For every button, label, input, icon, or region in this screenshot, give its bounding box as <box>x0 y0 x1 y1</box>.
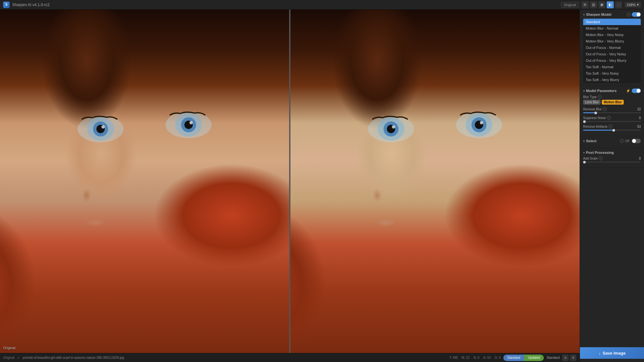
save-button-label: Save Image <box>602 351 626 356</box>
zoom-value: 158% <box>627 3 636 7</box>
suppress-noise-label: Suppress Noise ? <box>583 116 611 120</box>
a-value-stat: A: 53 <box>483 356 491 359</box>
model-item-motion-blur-very-blurry[interactable]: Motion Blur - Very Blurry <box>583 38 641 44</box>
processed-image-panel <box>290 10 580 353</box>
select-info-icon[interactable]: ? <box>620 139 624 143</box>
lightning-icon: ⚡ <box>626 89 630 93</box>
standard-tab[interactable]: Standard <box>503 355 524 361</box>
select-section: ▾ Select ? Off <box>580 136 644 148</box>
add-grain-thumb[interactable] <box>583 161 586 163</box>
image-comparison-area: Original <box>0 10 580 353</box>
app-logo: S <box>3 2 10 8</box>
zoom-arrow-icon: ▾ <box>637 3 639 7</box>
bottom-icon-copy[interactable]: ⊕ <box>562 355 569 361</box>
original-image-panel: Original <box>0 10 289 353</box>
model-parameters-section: ▾ Model Parameters ⚡ Blur Type ? Lens Bl… <box>580 86 644 136</box>
view-single-button[interactable]: ◧ <box>607 1 614 8</box>
model-item-out-of-focus-very-noisy[interactable]: Out of Focus - Very Noisy <box>583 51 641 57</box>
n-value-stat: N: 0 <box>473 356 479 359</box>
comparison-tabs: Standard Updated <box>503 355 544 361</box>
stats-display: T: MB M: 22 N: 0 A: 53 G: 0 <box>450 356 501 359</box>
collapse-icon: ▾ <box>583 13 585 16</box>
add-grain-value: 0 <box>634 157 641 160</box>
save-icon: ↓ <box>599 351 601 356</box>
app-title: Sharpen AI v4.1.0-rc2 <box>12 3 50 7</box>
model-item-motion-blur-normal[interactable]: Motion Blur - Normal <box>583 25 641 32</box>
remove-artifacts-value: 53 <box>634 125 641 128</box>
sharpen-model-section: ▾ Sharpen Model ? Standard Motion Blur -… <box>580 10 644 86</box>
pp-collapse-icon: ▾ <box>583 151 585 154</box>
right-settings-panel: ▾ Sharpen Model ? Standard Motion Blur -… <box>580 10 644 362</box>
add-grain-label: Add Grain ? <box>583 156 602 160</box>
remove-artifacts-fill <box>583 130 614 131</box>
bottom-icon-group: ⊕ ⚙ <box>562 355 576 361</box>
updated-tab[interactable]: Updated <box>524 355 544 361</box>
file-path: portrait-of-beautiful-girl-with-scarf-in… <box>23 356 447 359</box>
remove-blur-info-icon[interactable]: ? <box>603 107 607 111</box>
add-grain-info-icon[interactable]: ? <box>599 156 602 160</box>
add-grain-slider[interactable] <box>583 162 641 162</box>
sharpen-model-header: ▾ Sharpen Model ? <box>583 12 641 17</box>
model-item-standard[interactable]: Standard <box>583 19 641 25</box>
model-parameters-header: ▾ Model Parameters ⚡ <box>583 88 641 93</box>
sharpen-model-info-icon[interactable]: ? <box>627 13 630 16</box>
view-grid-button[interactable]: ⊞ <box>582 1 589 8</box>
select-collapse-icon: ▾ <box>583 139 585 143</box>
sharpen-model-toggle[interactable] <box>632 12 641 17</box>
remove-blur-label: Remove Blur ? <box>583 107 607 111</box>
view-controls: ⊞ ▥ ▣ ◧ ⬚ <box>582 1 622 8</box>
zoom-display[interactable]: 158% ▾ <box>625 2 641 7</box>
original-status: Original <box>3 356 14 359</box>
post-processing-section: ▾ Post Processing Add Grain ? 0 <box>580 148 644 168</box>
g-value-stat: G: 0 <box>495 356 501 359</box>
remove-artifacts-slider[interactable] <box>583 130 641 131</box>
top-bar: S Sharpen AI v4.1.0-rc2 Original ⊞ ▥ ▣ ◧… <box>0 0 644 10</box>
model-item-out-of-focus-very-blurry[interactable]: Out of Focus - Very Blurry <box>583 57 641 64</box>
save-image-button[interactable]: ↓ Save Image <box>580 347 644 359</box>
select-state: Off <box>625 139 629 143</box>
remove-artifacts-info-icon[interactable]: ? <box>609 125 612 128</box>
view-side-by-side-button[interactable]: ▣ <box>598 1 605 8</box>
add-grain-row: Add Grain ? 0 <box>583 156 641 162</box>
suppress-noise-slider[interactable] <box>583 121 641 122</box>
select-title: Select <box>586 139 619 143</box>
model-item-too-soft-very-noisy[interactable]: Too Soft - Very Noisy <box>583 70 641 77</box>
remove-artifacts-row: Remove Artifacts ? 53 <box>583 125 641 131</box>
post-processing-title: Post Processing <box>586 151 641 154</box>
bottom-icon-settings[interactable]: ⚙ <box>570 355 576 361</box>
suppress-noise-row: Suppress Noise ? 0 <box>583 116 641 122</box>
blur-type-options: Lens Blur Motion Blur <box>583 100 641 105</box>
select-header: ▾ Select ? Off <box>583 139 641 143</box>
suppress-noise-value: 0 <box>634 116 641 120</box>
remove-artifacts-thumb[interactable] <box>612 129 615 132</box>
model-dropdown-list: Standard Motion Blur - Normal Motion Blu… <box>583 19 641 83</box>
remove-blur-value: 22 <box>634 107 641 111</box>
model-display: Standard <box>546 356 560 359</box>
select-toggle[interactable] <box>632 139 641 143</box>
remove-blur-fill <box>583 112 596 113</box>
content-area: Original <box>0 10 644 362</box>
view-compare-button[interactable]: ⬚ <box>615 1 622 8</box>
remove-blur-thumb[interactable] <box>594 112 597 114</box>
view-split-button[interactable]: ▥ <box>590 1 597 8</box>
remove-blur-row: Remove Blur ? 22 <box>583 107 641 113</box>
model-item-too-soft-normal[interactable]: Too Soft - Normal <box>583 64 641 70</box>
bottom-status-bar: Original ✓ portrait-of-beautiful-girl-wi… <box>0 353 580 362</box>
model-item-out-of-focus-normal[interactable]: Out of Focus - Normal <box>583 44 641 51</box>
center-column: Original <box>0 10 580 362</box>
model-item-motion-blur-very-noisy[interactable]: Motion Blur - Very Noisy <box>583 32 641 38</box>
motion-blur-tag[interactable]: Motion Blur <box>602 100 624 105</box>
m-value-stat: M: 22 <box>461 356 469 359</box>
blur-type-info-icon[interactable]: ? <box>598 95 601 99</box>
original-view-button[interactable]: Original <box>561 2 579 8</box>
suppress-noise-thumb[interactable] <box>583 120 586 123</box>
split-divider[interactable] <box>289 10 290 353</box>
post-processing-header: ▾ Post Processing <box>583 151 641 154</box>
lens-blur-tag[interactable]: Lens Blur <box>583 100 601 105</box>
model-params-toggle[interactable] <box>632 88 641 93</box>
suppress-noise-info-icon[interactable]: ? <box>607 116 611 120</box>
sharpen-model-title: Sharpen Model <box>586 13 625 16</box>
remove-blur-slider[interactable] <box>583 112 641 113</box>
model-parameters-title: Model Parameters <box>586 89 625 93</box>
model-item-too-soft-very-blurry[interactable]: Too Soft - Very Blurry <box>583 77 641 83</box>
